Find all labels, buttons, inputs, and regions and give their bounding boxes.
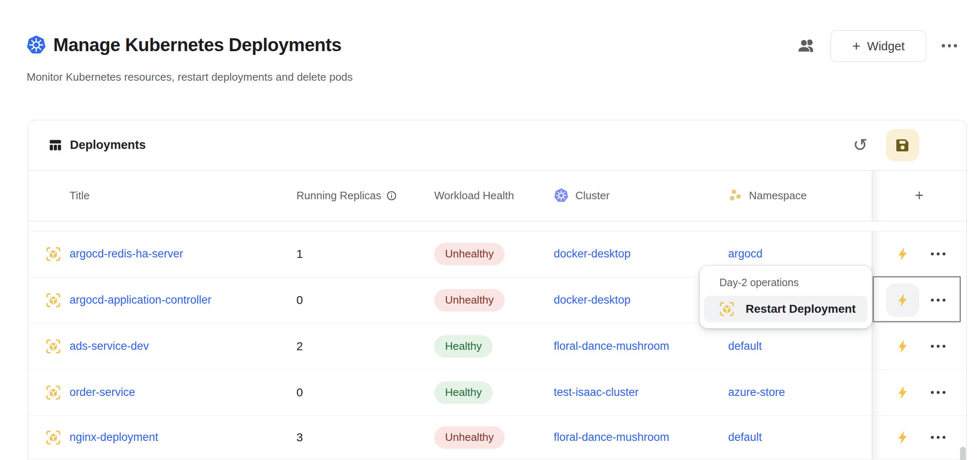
- day2-operations-button[interactable]: [886, 421, 919, 454]
- add-widget-label: Widget: [867, 40, 905, 53]
- widget-actions: ↺: [853, 120, 919, 170]
- save-button[interactable]: [886, 129, 919, 161]
- share-people-icon[interactable]: [797, 38, 816, 54]
- page-subtitle: Monitor Kubernetes resources, restart de…: [27, 69, 353, 85]
- day2-operations-button[interactable]: [886, 284, 919, 317]
- table-row: order-service 0 Healthy test-isaac-clust…: [28, 370, 966, 416]
- column-header-cluster[interactable]: Cluster: [550, 188, 724, 203]
- day2-operations-menu: Day-2 operations Restart Deployment: [699, 265, 872, 329]
- lightning-bolt-icon: [895, 385, 910, 400]
- deployment-resource-icon: [719, 302, 734, 317]
- deployment-title-link[interactable]: argocd-redis-ha-server: [70, 247, 183, 260]
- cluster-link[interactable]: floral-dance-mushroom: [554, 431, 669, 444]
- add-column-button[interactable]: +: [872, 171, 966, 221]
- undo-icon[interactable]: ↺: [853, 136, 868, 154]
- row-more-options-icon[interactable]: [931, 391, 945, 394]
- vertical-scrollbar-thumb[interactable]: [960, 447, 966, 460]
- table-body: argocd-redis-ha-server 1 Unhealthy docke…: [28, 221, 966, 460]
- column-header-workload-health[interactable]: Workload Health: [434, 189, 550, 202]
- row-more-options-icon[interactable]: [931, 345, 945, 348]
- deployment-title-link[interactable]: nginx-deployment: [70, 431, 158, 444]
- namespace-dots-icon: [728, 188, 743, 203]
- lightning-bolt-icon: [895, 247, 910, 262]
- table-row: nginx-deployment 3 Unhealthy floral-danc…: [28, 416, 966, 460]
- table-row: ads-service-dev 2 Healthy floral-dance-m…: [28, 324, 966, 370]
- running-replicas-value: 1: [296, 247, 303, 261]
- workload-health-badge: Unhealthy: [434, 243, 505, 265]
- page-more-options-icon[interactable]: [942, 44, 957, 47]
- column-header-title[interactable]: Title: [28, 189, 295, 202]
- menu-section-label: Day-2 operations: [719, 277, 868, 289]
- deployment-resource-icon: [46, 247, 61, 262]
- kubernetes-logo-icon: [26, 35, 46, 55]
- plus-icon: +: [852, 39, 861, 53]
- day2-operations-button[interactable]: [886, 237, 919, 271]
- deployment-title-link[interactable]: order-service: [70, 386, 135, 399]
- row-more-options-icon[interactable]: [931, 299, 945, 302]
- add-widget-button[interactable]: + Widget: [831, 30, 926, 62]
- lightning-bolt-icon: [895, 430, 910, 445]
- page-title: Manage Kubernetes Deployments: [53, 33, 341, 57]
- day2-operations-button[interactable]: [886, 376, 919, 409]
- plus-icon: +: [915, 187, 923, 204]
- running-replicas-value: 3: [296, 431, 303, 444]
- namespace-link[interactable]: argocd: [728, 247, 763, 260]
- floppy-disk-icon: [895, 138, 910, 152]
- page: Manage Kubernetes Deployments Monitor Ku…: [0, 0, 980, 460]
- table-header-row: Title Running Replicas Workload Health: [28, 171, 966, 221]
- widget-title: Deployments: [70, 138, 146, 152]
- cluster-link[interactable]: test-isaac-cluster: [554, 386, 639, 399]
- running-replicas-value: 0: [296, 386, 303, 399]
- row-more-options-icon[interactable]: [931, 436, 945, 439]
- deployment-title-link[interactable]: ads-service-dev: [70, 340, 149, 353]
- deployment-resource-icon: [46, 430, 61, 445]
- workload-health-badge: Unhealthy: [434, 426, 505, 449]
- widget-header: Deployments ↺: [28, 120, 966, 171]
- lightning-bolt-icon: [895, 293, 910, 308]
- lightning-bolt-icon: [895, 339, 910, 354]
- column-header-namespace[interactable]: Namespace: [724, 188, 872, 203]
- menu-item-label: Restart Deployment: [746, 302, 856, 316]
- info-icon[interactable]: [386, 190, 397, 201]
- running-replicas-value: 0: [296, 294, 303, 307]
- cluster-link[interactable]: docker-desktop: [554, 294, 631, 307]
- workload-health-badge: Unhealthy: [434, 289, 505, 312]
- table-columns-icon: [48, 138, 62, 152]
- deployment-title-link[interactable]: argocd-application-controller: [70, 294, 211, 307]
- deployment-resource-icon: [46, 385, 61, 400]
- deployment-resource-icon: [46, 339, 61, 354]
- deployment-resource-icon: [46, 293, 61, 308]
- row-more-options-icon[interactable]: [931, 252, 945, 255]
- day2-operations-button[interactable]: [886, 330, 919, 363]
- namespace-link[interactable]: default: [728, 340, 762, 353]
- cluster-link[interactable]: floral-dance-mushroom: [554, 340, 669, 353]
- cluster-link[interactable]: docker-desktop: [554, 247, 631, 260]
- menu-item-restart-deployment[interactable]: Restart Deployment: [704, 296, 868, 322]
- running-replicas-value: 2: [296, 340, 303, 353]
- workload-health-badge: Healthy: [434, 381, 492, 404]
- kubernetes-cluster-icon: [554, 188, 569, 203]
- namespace-link[interactable]: azure-store: [728, 386, 785, 399]
- column-header-running-replicas[interactable]: Running Replicas: [295, 189, 434, 202]
- partially-scrolled-row: [28, 221, 966, 231]
- namespace-link[interactable]: default: [728, 431, 762, 444]
- workload-health-badge: Healthy: [434, 335, 492, 358]
